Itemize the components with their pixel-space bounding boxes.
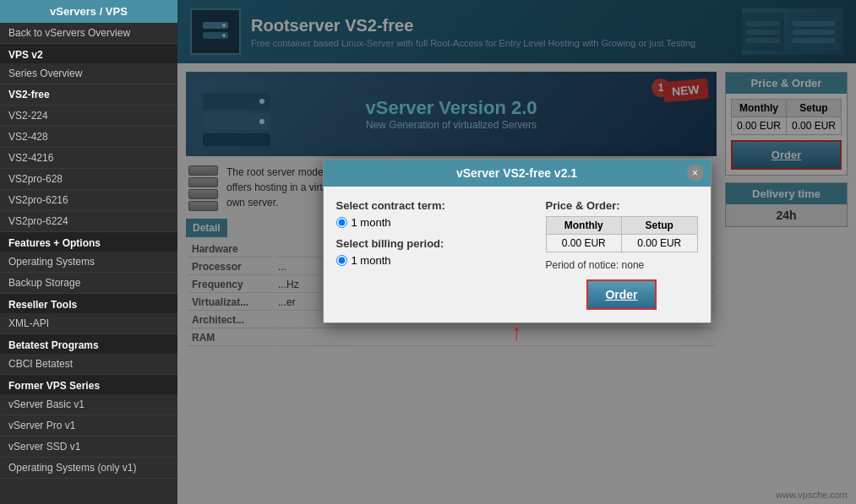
sidebar-item-vserver-ssd[interactable]: vServer SSD v1 — [0, 436, 177, 458]
sidebar-section-former: Former VPS Series — [0, 375, 177, 394]
modal-close-button[interactable]: × — [687, 165, 704, 182]
modal-monthly-header: Monthly — [546, 216, 622, 234]
sidebar-item-vserver-basic[interactable]: vServer Basic v1 — [0, 394, 177, 415]
modal-dialog: vServer VS2-free v2.1 × Select contract … — [323, 159, 712, 323]
sidebar-section-vps2: VPS v2 — [0, 44, 177, 63]
modal-setup-value: 0.00 EUR — [622, 234, 698, 252]
sidebar-item-vs2pro-628[interactable]: VS2pro-628 — [0, 169, 177, 190]
period-notice: Period of notice: none — [546, 259, 698, 271]
sidebar-item-vs2-428[interactable]: VS2-428 — [0, 127, 177, 148]
modal-title: vServer VS2-free v2.1 — [324, 160, 711, 187]
sidebar-item-vserver-pro[interactable]: vServer Pro v1 — [0, 415, 177, 436]
sidebar-item-os[interactable]: Operating Systems — [0, 252, 177, 273]
contract-option-label: 1 month — [352, 216, 391, 229]
sidebar-item-back[interactable]: Back to vServers Overview — [0, 23, 177, 44]
modal-price-order-label: Price & Order: — [546, 199, 698, 212]
contract-term-label: Select contract term: — [336, 199, 533, 212]
billing-radio[interactable] — [336, 255, 347, 266]
modal-overlay: vServer VS2-free v2.1 × Select contract … — [177, 0, 856, 504]
sidebar-item-os-v1[interactable]: Operating Systems (only v1) — [0, 458, 177, 479]
billing-option-1month[interactable]: 1 month — [336, 254, 533, 267]
contract-radio[interactable] — [336, 217, 347, 228]
sidebar-item-series-overview[interactable]: Series Overview — [0, 63, 177, 84]
sidebar-section-features: Features + Options — [0, 232, 177, 252]
sidebar-item-vs2-224[interactable]: VS2-224 — [0, 106, 177, 127]
sidebar-item-vs2pro-6224[interactable]: VS2pro-6224 — [0, 211, 177, 232]
sidebar-item-cbci[interactable]: CBCI Betatest — [0, 354, 177, 375]
billing-option-label: 1 month — [352, 254, 391, 267]
sidebar-title: vServers / VPS — [0, 0, 177, 23]
modal-monthly-value: 0.00 EUR — [546, 234, 622, 252]
sidebar-item-vs2free[interactable]: VS2-free — [0, 84, 177, 106]
modal-setup-header: Setup — [622, 216, 698, 234]
modal-price-table: Monthly Setup 0.00 EUR 0.00 EUR — [546, 216, 698, 252]
modal-wrapper: vServer VS2-free v2.1 × Select contract … — [323, 159, 712, 346]
sidebar-item-vs2-4216[interactable]: VS2-4216 — [0, 148, 177, 169]
sidebar-item-xmlapi[interactable]: XML-API — [0, 313, 177, 334]
modal-right-panel: Price & Order: Monthly Setup 0.00 EUR 0.… — [546, 199, 698, 310]
sidebar-item-vs2pro-6216[interactable]: VS2pro-6216 — [0, 190, 177, 211]
sidebar-section-reseller: Reseller Tools — [0, 294, 177, 313]
main-content: Rootserver VS2-free Free container based… — [177, 0, 856, 504]
sidebar-section-betatest: Betatest Programs — [0, 334, 177, 354]
billing-period-label: Select billing period: — [336, 237, 533, 250]
modal-left-panel: Select contract term: 1 month Select bil… — [336, 199, 533, 310]
contract-option-1month[interactable]: 1 month — [336, 216, 533, 229]
sidebar-item-backup[interactable]: Backup Storage — [0, 273, 177, 294]
sidebar: vServers / VPS Back to vServers Overview… — [0, 0, 177, 504]
modal-body: Select contract term: 1 month Select bil… — [324, 187, 711, 322]
modal-order-button[interactable]: Order — [586, 279, 656, 310]
